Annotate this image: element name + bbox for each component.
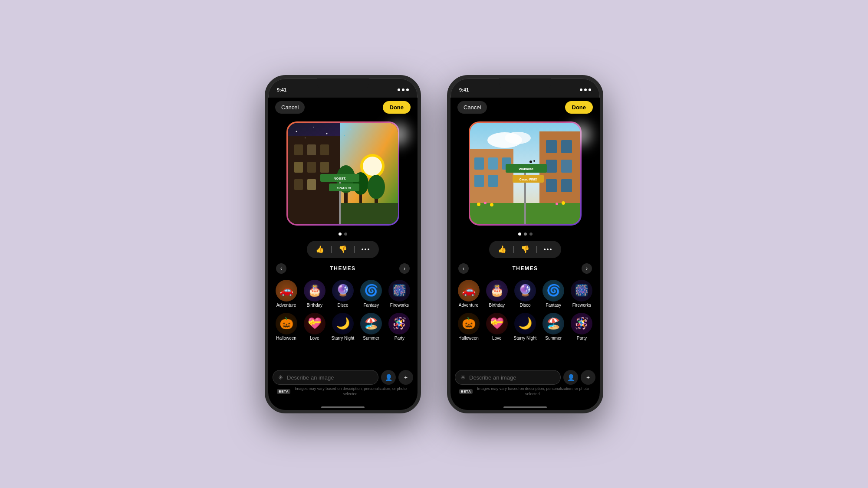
thumbs-up-button-left[interactable]: 👍	[315, 244, 325, 255]
beta-text-right: Images may vary based on description, pe…	[475, 386, 591, 396]
themes-header-right: ‹ THEMES ›	[455, 262, 595, 275]
svg-rect-20	[339, 175, 341, 224]
themes-next-left[interactable]: ›	[399, 263, 410, 274]
done-button-left[interactable]: Done	[383, 101, 411, 114]
svg-rect-37	[546, 160, 557, 173]
describe-input-left[interactable]	[287, 374, 373, 381]
svg-text:Wobland: Wobland	[519, 167, 533, 171]
theme-love-right[interactable]: 💝 Love	[483, 311, 510, 342]
svg-rect-46	[488, 175, 498, 187]
dot-2-left	[344, 233, 347, 236]
theme-summer-label-right: Summer	[545, 336, 562, 341]
theme-party-left[interactable]: 🪅 Party	[386, 311, 413, 342]
svg-rect-19	[340, 203, 398, 224]
status-icons-left	[398, 88, 409, 91]
theme-disco-icon-right: 🔮	[514, 280, 536, 301]
themes-title-right: THEMES	[469, 265, 582, 272]
svg-text:Cacao FINIX: Cacao FINIX	[519, 178, 537, 181]
svg-rect-40	[561, 179, 572, 192]
svg-point-26	[313, 127, 314, 128]
thumbs-down-button-right[interactable]: 👎	[520, 244, 530, 255]
theme-fantasy-label-right: Fantasy	[546, 303, 561, 308]
theme-adventure-icon-left: 🚗	[276, 280, 297, 301]
notch-left	[317, 79, 369, 91]
theme-fantasy-right[interactable]: 🌀 Fantasy	[540, 278, 567, 309]
more-button-right[interactable]: •••	[543, 244, 553, 255]
theme-fireworks-label-right: Fireworks	[572, 303, 591, 308]
scene-svg-left: NOSST. SNAG ➡	[288, 123, 398, 224]
svg-rect-8	[294, 179, 303, 190]
theme-fantasy-left[interactable]: 🌀 Fantasy	[358, 278, 385, 309]
cancel-button-right[interactable]: Cancel	[457, 101, 487, 114]
notch-right	[499, 79, 551, 91]
status-time-left: 9:41	[277, 87, 286, 92]
done-button-right[interactable]: Done	[565, 101, 593, 114]
wifi-icon	[402, 88, 404, 91]
theme-summer-left[interactable]: 🏖️ Summer	[358, 311, 385, 342]
theme-fireworks-left[interactable]: 🎆 Fireworks	[386, 278, 413, 309]
themes-prev-left[interactable]: ‹	[276, 263, 286, 274]
svg-point-12	[363, 157, 382, 176]
person-button-right[interactable]: 👤	[563, 370, 578, 385]
theme-adventure-left[interactable]: 🚗 Adventure	[273, 278, 300, 309]
theme-starry-right[interactable]: 🌙 Starry Night	[511, 311, 539, 342]
themes-title-left: THEMES	[286, 265, 399, 272]
theme-summer-right[interactable]: 🏖️ Summer	[540, 311, 567, 342]
input-area-left: ✳ 👤 + BETA Images may vary based on desc…	[268, 367, 418, 401]
add-button-right[interactable]: +	[581, 370, 595, 385]
generated-image-left: NOSST. SNAG ➡	[288, 123, 398, 224]
theme-adventure-right[interactable]: 🚗 Adventure	[455, 278, 482, 309]
svg-rect-39	[546, 179, 557, 192]
svg-rect-38	[561, 160, 572, 173]
themes-grid-right: 🚗 Adventure 🎂 Birthday 🔮 Disco 🌀 Fantasy…	[455, 278, 595, 342]
theme-halloween-right[interactable]: 🎃 Halloween	[455, 311, 482, 342]
home-indicator-left	[268, 401, 418, 410]
theme-party-right[interactable]: 🪅 Party	[568, 311, 595, 342]
divider-1-left	[331, 246, 332, 253]
theme-birthday-right[interactable]: 🎂 Birthday	[483, 278, 510, 309]
svg-point-29	[344, 135, 345, 136]
theme-fireworks-icon-left: 🎆	[388, 280, 410, 301]
theme-summer-icon-right: 🏖️	[542, 313, 564, 334]
battery-icon	[406, 88, 409, 91]
describe-input-right[interactable]	[469, 374, 555, 381]
svg-point-59	[533, 160, 535, 162]
svg-rect-5	[294, 162, 303, 173]
cancel-button-left[interactable]: Cancel	[275, 101, 305, 114]
theme-starry-left[interactable]: 🌙 Starry Night	[329, 311, 356, 342]
theme-birthday-left[interactable]: 🎂 Birthday	[301, 278, 328, 309]
input-area-right: ✳ 👤 + BETA Images may vary based on desc…	[450, 367, 600, 401]
theme-party-label-left: Party	[395, 336, 404, 341]
themes-prev-right[interactable]: ‹	[458, 263, 469, 274]
input-wrapper-left[interactable]: ✳	[273, 370, 378, 385]
input-wrapper-right[interactable]: ✳	[455, 370, 561, 385]
svg-point-49	[484, 202, 487, 204]
phone-content-left: Cancel Done	[268, 98, 418, 410]
more-button-left[interactable]: •••	[361, 244, 371, 255]
theme-starry-label-right: Starry Night	[514, 336, 537, 341]
svg-point-52	[562, 201, 565, 205]
svg-point-51	[556, 203, 558, 205]
action-bar-right: 👍 👎 •••	[450, 237, 600, 262]
input-star-icon-left: ✳	[278, 374, 283, 381]
theme-party-label-right: Party	[577, 336, 587, 341]
thumbs-down-button-left[interactable]: 👎	[338, 244, 348, 255]
svg-rect-45	[474, 175, 484, 187]
svg-rect-42	[474, 157, 484, 170]
thumbs-up-button-right[interactable]: 👍	[497, 244, 507, 255]
svg-rect-6	[307, 162, 316, 173]
theme-adventure-label-left: Adventure	[276, 303, 296, 308]
theme-fireworks-right[interactable]: 🎆 Fireworks	[568, 278, 595, 309]
person-button-left[interactable]: 👤	[381, 370, 396, 385]
themes-section-left: ‹ THEMES › 🚗 Adventure 🎂 Birthday 🔮 Disc…	[268, 262, 418, 368]
theme-party-icon-right: 🪅	[571, 313, 592, 334]
theme-starry-label-left: Starry Night	[332, 336, 355, 341]
theme-love-left[interactable]: 💝 Love	[301, 311, 328, 342]
themes-next-right[interactable]: ›	[582, 263, 592, 274]
theme-disco-left[interactable]: 🔮 Disco	[329, 278, 356, 309]
add-button-left[interactable]: +	[398, 370, 413, 385]
theme-party-icon-left: 🪅	[388, 313, 410, 334]
svg-text:NOSST.: NOSST.	[334, 177, 346, 180]
theme-disco-right[interactable]: 🔮 Disco	[511, 278, 539, 309]
theme-halloween-left[interactable]: 🎃 Halloween	[273, 311, 300, 342]
